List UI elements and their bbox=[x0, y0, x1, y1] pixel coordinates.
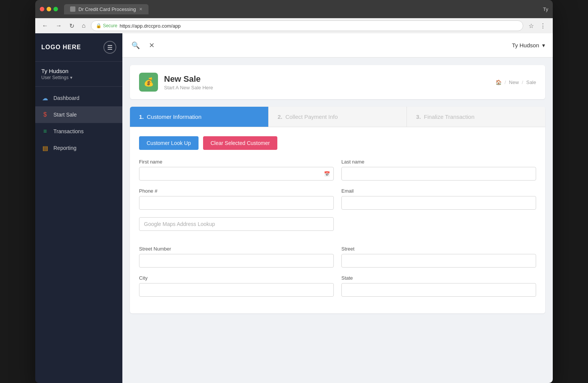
tab-title: Dr Credit Card Processing bbox=[78, 6, 136, 12]
city-input[interactable] bbox=[139, 283, 334, 297]
street-number-group: Street Number bbox=[139, 246, 334, 268]
sidebar: LOGO HERE ☰ Ty Hudson User Settings ▾ ☁ … bbox=[35, 33, 122, 383]
first-name-input[interactable] bbox=[139, 167, 334, 181]
sidebar-item-dashboard[interactable]: ☁ Dashboard bbox=[35, 90, 122, 106]
email-label: Email bbox=[341, 188, 536, 194]
search-icon[interactable]: 🔍 bbox=[130, 40, 141, 51]
main-content: 🔍 ✕ Ty Hudson ▾ 💰 New S bbox=[122, 33, 553, 383]
last-name-label: Last name bbox=[341, 159, 536, 165]
sidebar-item-label-reporting: Reporting bbox=[53, 145, 77, 151]
forward-button[interactable]: → bbox=[53, 21, 64, 31]
street-input[interactable] bbox=[341, 254, 536, 268]
address-bar[interactable]: 🔒 Secure https://app.drccpro.com/app bbox=[91, 20, 523, 31]
last-name-input[interactable] bbox=[341, 167, 536, 181]
street-label: Street bbox=[341, 246, 536, 252]
steps-card: 1. Customer Information 2. Collect Payme… bbox=[130, 107, 545, 313]
minimize-traffic-light[interactable] bbox=[47, 7, 51, 11]
breadcrumb-new: New bbox=[509, 79, 519, 85]
close-traffic-light[interactable] bbox=[40, 7, 44, 11]
user-settings-label: User Settings bbox=[41, 75, 69, 80]
step-tab-1[interactable]: 1. Customer Information bbox=[130, 107, 269, 127]
topbar-chevron-icon: ▾ bbox=[542, 42, 545, 49]
sidebar-item-start-sale[interactable]: $ Start Sale bbox=[35, 106, 122, 123]
reload-button[interactable]: ↻ bbox=[67, 21, 77, 31]
step3-num: 3. bbox=[416, 114, 421, 120]
street-number-input[interactable] bbox=[139, 254, 334, 268]
maps-lookup-input[interactable] bbox=[139, 217, 334, 231]
phone-input[interactable] bbox=[139, 196, 334, 210]
street-group: Street bbox=[341, 246, 536, 268]
city-group: City bbox=[139, 275, 334, 297]
logo-text: LOGO HERE bbox=[41, 44, 81, 51]
state-input[interactable] bbox=[341, 283, 536, 297]
maximize-traffic-light[interactable] bbox=[53, 7, 58, 11]
steps-header: 1. Customer Information 2. Collect Payme… bbox=[130, 107, 545, 127]
back-button[interactable]: ← bbox=[40, 21, 50, 31]
page-icon: 💰 bbox=[144, 77, 154, 87]
tab-close-button[interactable]: ✕ bbox=[139, 7, 142, 12]
breadcrumb: 🏠 / New / Sale bbox=[496, 79, 536, 85]
top-bar: 🔍 ✕ Ty Hudson ▾ bbox=[122, 33, 553, 58]
sidebar-item-transactions[interactable]: ≡ Transactions bbox=[35, 123, 122, 140]
contact-row: Phone # Email bbox=[139, 188, 536, 210]
menu-button[interactable]: ⋮ bbox=[538, 21, 548, 31]
hamburger-icon: ☰ bbox=[107, 44, 113, 51]
page-icon-box: 💰 bbox=[139, 73, 158, 92]
first-name-label: First name bbox=[139, 159, 334, 165]
page-title: New Sale bbox=[164, 74, 213, 84]
sidebar-user-section: Ty Hudson User Settings ▾ bbox=[35, 62, 122, 87]
home-button[interactable]: ⌂ bbox=[80, 21, 88, 31]
email-group: Email bbox=[341, 188, 536, 210]
form-buttons: Customer Look Up Clear Selected Customer bbox=[139, 136, 536, 150]
step-tab-3[interactable]: 3. Finalize Transaction bbox=[407, 107, 545, 127]
hamburger-button[interactable]: ☰ bbox=[103, 41, 116, 54]
sidebar-logo-area: LOGO HERE ☰ bbox=[35, 33, 122, 62]
step2-num: 2. bbox=[278, 114, 283, 120]
sidebar-item-label-start-sale: Start Sale bbox=[53, 112, 77, 118]
page-subtitle: Start A New Sale Here bbox=[164, 85, 213, 90]
lock-icon: 🔒 bbox=[96, 23, 102, 28]
customer-lookup-button[interactable]: Customer Look Up bbox=[139, 136, 199, 150]
state-label: State bbox=[341, 275, 536, 281]
top-bar-user[interactable]: Ty Hudson ▾ bbox=[512, 42, 545, 49]
step1-label: Customer Information bbox=[147, 114, 202, 120]
phone-group: Phone # bbox=[139, 188, 334, 210]
sidebar-item-label-transactions: Transactions bbox=[53, 128, 84, 134]
browser-tab[interactable]: Dr Credit Card Processing ✕ bbox=[64, 4, 149, 14]
close-icon[interactable]: ✕ bbox=[147, 40, 156, 51]
name-row: First name 📅 Last name bbox=[139, 159, 536, 181]
browser-user-label: Ty bbox=[543, 6, 548, 12]
sidebar-username: Ty Hudson bbox=[41, 68, 116, 74]
state-group: State bbox=[341, 275, 536, 297]
clear-customer-button[interactable]: Clear Selected Customer bbox=[203, 136, 277, 150]
step2-label: Collect Payment Info bbox=[285, 114, 338, 120]
sidebar-item-label-dashboard: Dashboard bbox=[53, 95, 80, 101]
topbar-username: Ty Hudson bbox=[512, 42, 539, 48]
last-name-group: Last name bbox=[341, 159, 536, 181]
reporting-icon: ▤ bbox=[41, 144, 49, 152]
city-state-row: City State bbox=[139, 275, 536, 297]
star-button[interactable]: ☆ bbox=[526, 21, 536, 31]
form-area: Customer Look Up Clear Selected Customer… bbox=[130, 127, 545, 313]
user-settings-dropdown[interactable]: User Settings ▾ bbox=[41, 75, 116, 80]
page-header-card: 💰 New Sale Start A New Sale Here 🏠 / New… bbox=[130, 65, 545, 99]
step3-label: Finalize Transaction bbox=[424, 114, 474, 120]
dollar-icon: $ bbox=[41, 111, 49, 118]
calendar-icon: 📅 bbox=[324, 171, 330, 177]
email-input[interactable] bbox=[341, 196, 536, 210]
sidebar-item-reporting[interactable]: ▤ Reporting bbox=[35, 140, 122, 156]
chevron-down-icon: ▾ bbox=[70, 75, 72, 80]
tab-favicon bbox=[70, 6, 75, 12]
first-name-wrapper: 📅 bbox=[139, 167, 334, 181]
address-row: Street Number Street bbox=[139, 246, 536, 268]
maps-row bbox=[139, 217, 334, 238]
step1-num: 1. bbox=[139, 114, 144, 120]
dashboard-icon: ☁ bbox=[41, 94, 49, 102]
breadcrumb-home-icon[interactable]: 🏠 bbox=[496, 79, 502, 85]
sidebar-nav: ☁ Dashboard $ Start Sale ≡ Transactions … bbox=[35, 87, 122, 159]
url-text: https://app.drccpro.com/app bbox=[120, 23, 181, 29]
step-tab-2[interactable]: 2. Collect Payment Info bbox=[269, 107, 407, 127]
secure-label: Secure bbox=[103, 23, 117, 28]
first-name-group: First name 📅 bbox=[139, 159, 334, 181]
breadcrumb-sale: Sale bbox=[526, 79, 536, 85]
